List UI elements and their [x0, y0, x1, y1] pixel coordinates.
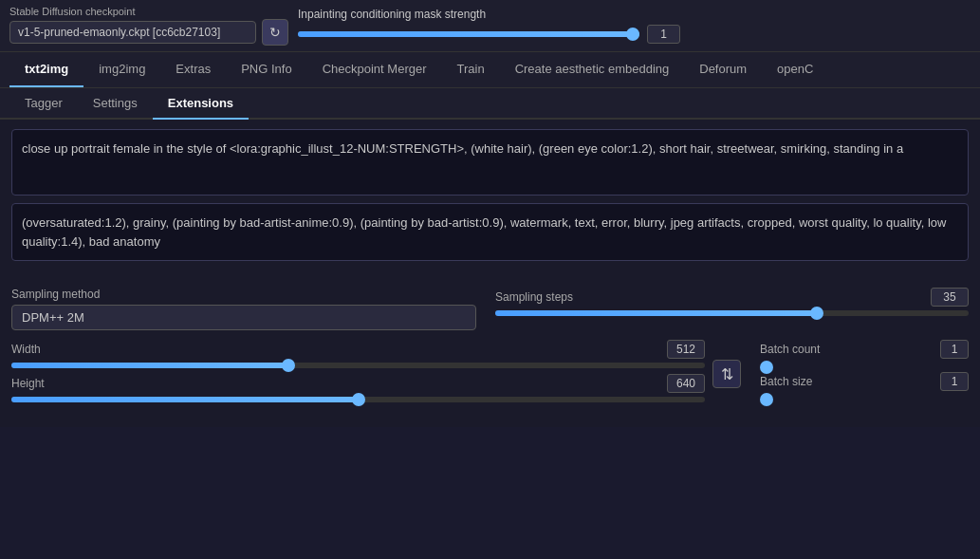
sampling-steps-header: Sampling steps 35 [495, 288, 969, 307]
inpainting-label: Inpainting conditioning mask strength [298, 8, 971, 21]
sampling-steps-thumb[interactable] [810, 307, 823, 320]
tab-tagger[interactable]: Tagger [9, 88, 78, 120]
batch-count-label: Batch count [760, 343, 820, 356]
batch-size-label: Batch size [760, 375, 812, 388]
tab-deforum[interactable]: Deforum [684, 52, 762, 87]
tab-png-info[interactable]: PNG Info [226, 52, 306, 87]
height-slider-fill [11, 397, 359, 402]
swap-dimensions-button[interactable]: ⇅ [712, 360, 741, 388]
tab-create-aesthetic-embedding[interactable]: Create aesthetic embedding [500, 52, 685, 87]
height-label: Height [11, 377, 45, 390]
tab-settings[interactable]: Settings [78, 88, 153, 120]
settings-row2: Width 512 Height 640 [11, 340, 969, 408]
batch-size-group: Batch size 1 [760, 372, 969, 397]
refresh-icon: ↻ [269, 25, 281, 40]
sampling-method-label: Sampling method [11, 288, 476, 301]
width-value[interactable]: 512 [667, 340, 705, 359]
width-slider[interactable] [11, 363, 705, 368]
width-slider-fill [11, 363, 288, 368]
batch-size-header: Batch size 1 [760, 372, 969, 391]
sampling-method-group: Sampling method DPM++ 2M [11, 288, 476, 330]
dimensions-sliders: Width 512 Height 640 [11, 340, 705, 408]
inpainting-section: Inpainting conditioning mask strength 1 [298, 8, 971, 44]
checkpoint-select: v1-5-pruned-emaonly.ckpt [cc6cb27103] ↻ [9, 19, 288, 46]
batch-size-thumb[interactable] [760, 393, 773, 406]
top-bar: Stable Diffusion checkpoint v1-5-pruned-… [0, 0, 980, 52]
tab-img2img[interactable]: img2img [83, 52, 160, 87]
height-section: Height 640 [11, 374, 705, 402]
tab-extras[interactable]: Extras [160, 52, 226, 87]
tab-openc[interactable]: openC [762, 52, 828, 87]
sampling-method-select[interactable]: DPM++ 2M [11, 305, 476, 330]
tab-txt2img[interactable]: txt2img [9, 52, 83, 87]
settings-section: Sampling method DPM++ 2M Sampling steps … [0, 278, 980, 427]
batch-groups: Batch count 1 Batch size 1 [760, 340, 969, 397]
checkpoint-dropdown[interactable]: v1-5-pruned-emaonly.ckpt [cc6cb27103] [9, 21, 256, 44]
height-slider[interactable] [11, 397, 705, 402]
inpainting-slider-thumb[interactable] [626, 28, 639, 41]
batch-size-value[interactable]: 1 [940, 372, 969, 391]
batch-count-header: Batch count 1 [760, 340, 969, 359]
width-slider-row [11, 363, 705, 368]
height-slider-row [11, 397, 705, 402]
batch-count-thumb[interactable] [760, 361, 773, 374]
sampling-steps-fill [495, 310, 817, 316]
checkpoint-section: Stable Diffusion checkpoint v1-5-pruned-… [9, 6, 288, 46]
height-value[interactable]: 640 [667, 374, 705, 393]
width-label: Width [11, 343, 41, 356]
sampling-steps-value[interactable]: 35 [931, 288, 969, 307]
width-section: Width 512 [11, 340, 705, 368]
tab-extensions[interactable]: Extensions [153, 88, 249, 120]
tabs-row1-inner: txt2img img2img Extras PNG Info Checkpoi… [9, 52, 971, 87]
tabs-row2: Tagger Settings Extensions [0, 88, 980, 120]
batch-count-group: Batch count 1 [760, 340, 969, 364]
width-slider-thumb[interactable] [282, 359, 295, 372]
sampling-steps-slider[interactable] [495, 310, 969, 316]
settings-row1: Sampling method DPM++ 2M Sampling steps … [11, 288, 969, 330]
sampling-steps-label: Sampling steps [495, 290, 573, 304]
swap-icon: ⇅ [721, 365, 733, 383]
refresh-button[interactable]: ↻ [262, 19, 288, 46]
tabs-row1: txt2img img2img Extras PNG Info Checkpoi… [0, 52, 980, 88]
inpainting-slider-fill [298, 31, 639, 37]
checkpoint-label: Stable Diffusion checkpoint [9, 6, 288, 17]
dimensions-with-swap: Width 512 Height 640 [11, 340, 741, 408]
negative-prompt[interactable]: (oversaturated:1.2), grainy, (painting b… [11, 203, 969, 261]
main-content: close up portrait female in the style of… [0, 120, 980, 278]
sampling-steps-group: Sampling steps 35 [495, 288, 969, 316]
inpainting-value: 1 [647, 25, 680, 44]
height-slider-thumb[interactable] [352, 393, 365, 406]
positive-prompt[interactable]: close up portrait female in the style of… [11, 129, 969, 196]
tab-checkpoint-merger[interactable]: Checkpoint Merger [307, 52, 442, 87]
inpainting-slider-container [298, 31, 639, 37]
batch-count-value[interactable]: 1 [940, 340, 969, 359]
tab-train[interactable]: Train [442, 52, 500, 87]
inpainting-slider-track[interactable] [298, 31, 639, 37]
